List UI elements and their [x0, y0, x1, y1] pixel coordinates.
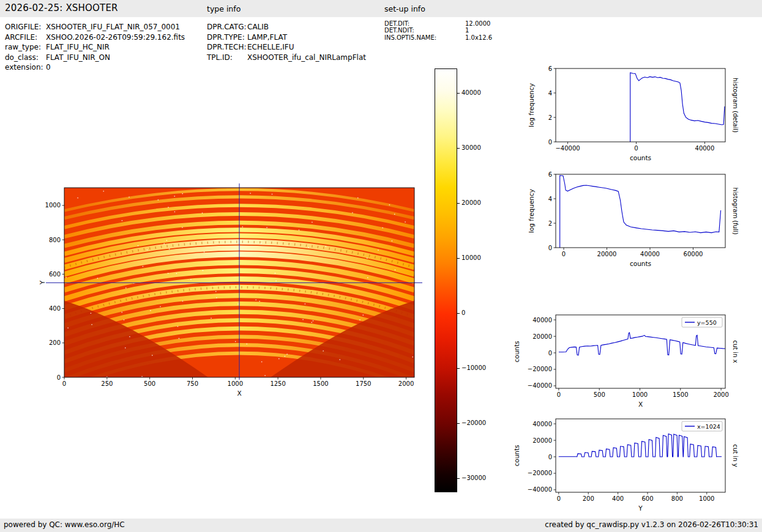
footer-created-by: created by qc_rawdisp.py v1.2.3 on 2026-…: [545, 520, 758, 529]
hot-pixel-speck: [340, 360, 340, 360]
x-tick-label: 1000: [699, 495, 714, 502]
field-value: XSHOOTER_IFU_FLAT_NIR_057_0001: [46, 22, 180, 32]
field-value: 1.0x12.6: [465, 34, 492, 41]
hot-pixel-speck: [203, 270, 203, 271]
colorbar-tick: [457, 148, 460, 149]
field-label: ORIGFILE:: [5, 22, 46, 32]
x-tick-label: 600: [641, 495, 653, 502]
y-tick-label: 0: [548, 350, 552, 357]
hot-pixel-speck: [125, 347, 125, 348]
hot-pixel-speck: [103, 191, 104, 191]
x-tick-label: 200: [583, 495, 594, 502]
hot-pixel-speck: [256, 300, 256, 300]
hot-pixel-speck: [359, 320, 360, 320]
hot-pixel-speck: [215, 291, 216, 292]
type-info-block: DPR.CATG:CALIB DPR.TYPE:LAMP,FLAT DPR.TE…: [207, 22, 384, 62]
colorbar-tick-label: −20000: [461, 419, 486, 427]
hot-pixel-speck: [357, 198, 358, 198]
y-tick-label: 20000: [532, 437, 552, 444]
hot-pixel-speck: [129, 336, 130, 337]
hot-pixel-speck: [143, 266, 143, 267]
y-tick-label: 40000: [532, 421, 552, 427]
x-tick-label: 2000: [398, 380, 414, 387]
hot-pixel-speck: [147, 249, 148, 250]
x-tick-label: 0: [557, 391, 561, 398]
hot-pixel-speck: [312, 222, 312, 223]
hot-pixel-speck: [250, 193, 250, 193]
cut-in-y-chart: 02004006008001000−40000−2000002000040000…: [508, 414, 753, 518]
setup-info-block: DET.DIT:12.0000 DET.NDIT:1 INS.OPTI5.NAM…: [384, 20, 531, 41]
hot-pixel-speck: [247, 344, 247, 344]
hot-pixel-speck: [378, 250, 378, 251]
colorbar: [435, 68, 457, 492]
info-row: ORIGFILE:XSHOOTER_IFU_FLAT_NIR_057_0001: [5, 22, 201, 32]
x-tick-label: 250: [101, 380, 113, 387]
cut-in-x-chart: 0500100015002000−40000−2000002000040000X…: [508, 310, 753, 414]
hot-pixel-speck: [389, 204, 390, 205]
info-row: extension:0: [5, 62, 201, 73]
y-axis-label: counts: [513, 445, 520, 466]
field-label: extension:: [5, 62, 46, 73]
x-axis-label: Y: [638, 504, 643, 512]
hot-pixel-speck: [305, 303, 305, 304]
hot-pixel-speck: [216, 297, 217, 298]
hot-pixel-speck: [77, 198, 78, 198]
field-label: DPR.CATG:: [207, 22, 247, 32]
hot-pixel-speck: [275, 273, 275, 273]
x-tick-label: 0: [62, 380, 66, 387]
x-tick-label: 60000: [684, 251, 703, 257]
hot-pixel-speck: [405, 221, 405, 222]
histogram-detail-chart: −400000400000246countslog frequencyhisto…: [508, 64, 753, 168]
y-tick-label: 2: [548, 220, 552, 227]
info-row: DET.NDIT:1: [384, 27, 531, 34]
x-tick-label: 400: [612, 495, 624, 502]
hot-pixel-speck: [211, 318, 211, 319]
x-tick-label: 1250: [270, 380, 285, 387]
hot-pixel-speck: [275, 281, 276, 281]
colorbar-tick-label: −10000: [461, 364, 486, 372]
hot-pixel-speck: [182, 301, 183, 301]
hot-pixel-speck: [91, 324, 92, 325]
info-row: do_class:FLAT_IFU_NIR_ON: [5, 53, 201, 63]
hot-pixel-speck: [166, 240, 167, 240]
y-tick-label: 0: [548, 139, 552, 146]
hot-pixel-speck: [125, 287, 126, 288]
hot-pixel-speck: [169, 248, 170, 249]
colorbar-tick-label: 30000: [461, 144, 481, 152]
y-tick-label: −20000: [528, 470, 552, 476]
x-tick-label: 1500: [673, 391, 688, 398]
field-value: 12.0000: [465, 20, 490, 27]
hot-pixel-speck: [237, 303, 238, 304]
info-row: INS.OPTI5.NAME:1.0x12.6: [384, 34, 531, 41]
x-tick-label: 500: [144, 380, 155, 387]
page-title: 2026-02-25: XSHOOTER: [5, 2, 118, 13]
hot-pixel-speck: [202, 213, 203, 213]
info-row: raw_type:FLAT_IFU_HC_NIR: [5, 42, 201, 53]
hot-pixel-speck: [261, 243, 261, 244]
y-tick-label: 4: [548, 196, 552, 202]
colorbar-tick: [457, 368, 460, 369]
colorbar-tick-label: 10000: [461, 254, 481, 262]
type-info-heading: type info: [207, 4, 241, 13]
y-tick-label: 0: [548, 245, 552, 251]
colorbar-tick-label: 0: [461, 309, 465, 317]
plot-background: [556, 174, 725, 248]
y-tick-label: 400: [49, 305, 61, 312]
y-tick-label: 0: [548, 454, 552, 460]
y-tick-label: −40000: [528, 486, 552, 493]
footer-powered-by: powered by QC: www.eso.org/HC: [4, 520, 125, 529]
field-value: ECHELLE,IFU: [247, 42, 294, 53]
x-tick-label: 750: [187, 380, 198, 387]
info-row: ARCFILE:XSHOO.2026-02-26T09:59:29.162.fi…: [5, 32, 201, 43]
hot-pixel-speck: [179, 338, 179, 339]
qc-report-page: 2026-02-25: XSHOOTER type info set-up in…: [0, 0, 762, 532]
hot-pixel-speck: [129, 197, 129, 198]
hot-pixel-speck: [394, 214, 395, 215]
x-axis-label: X: [638, 401, 643, 408]
legend-label: y=550: [697, 319, 717, 326]
hot-pixel-speck: [261, 361, 262, 362]
hot-pixel-speck: [308, 247, 309, 248]
hot-pixel-speck: [326, 246, 326, 246]
x-axis-label: counts: [630, 154, 651, 161]
y-axis-label: log frequency: [528, 83, 535, 127]
